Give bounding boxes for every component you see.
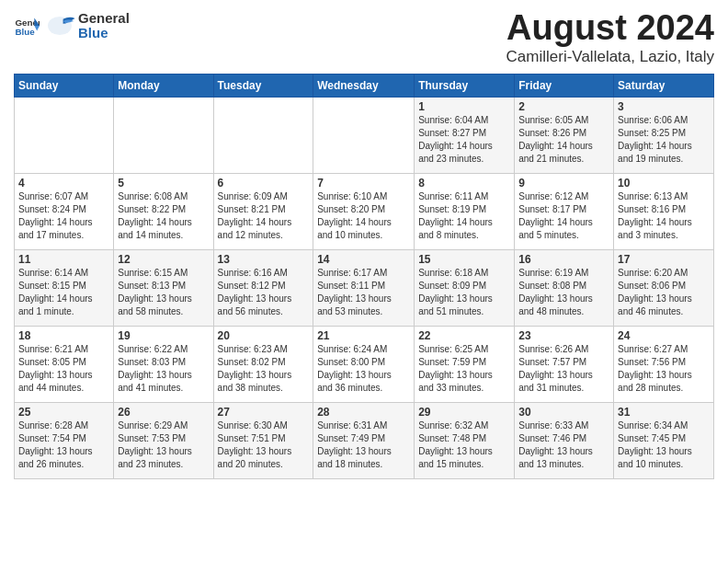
calendar-cell: 3Sunrise: 6:06 AM Sunset: 8:25 PM Daylig… — [614, 97, 714, 173]
month-title: August 2024 — [506, 9, 714, 48]
location-title: Camilleri-Vallelata, Lazio, Italy — [506, 48, 714, 66]
logo-general-text: General — [78, 11, 130, 27]
day-info: Sunrise: 6:18 AM Sunset: 8:09 PM Dayligh… — [418, 267, 510, 318]
calendar-cell: 25Sunrise: 6:28 AM Sunset: 7:54 PM Dayli… — [15, 402, 114, 478]
calendar-cell: 9Sunrise: 6:12 AM Sunset: 8:17 PM Daylig… — [515, 173, 614, 249]
svg-marker-3 — [34, 26, 40, 31]
day-number: 27 — [218, 406, 310, 419]
logo-icon: General Blue — [14, 13, 40, 39]
calendar-cell: 12Sunrise: 6:15 AM Sunset: 8:13 PM Dayli… — [114, 249, 213, 326]
day-info: Sunrise: 6:24 AM Sunset: 8:00 PM Dayligh… — [317, 343, 410, 395]
day-info: Sunrise: 6:30 AM Sunset: 7:51 PM Dayligh… — [218, 419, 310, 471]
day-number: 26 — [118, 406, 209, 419]
day-info: Sunrise: 6:29 AM Sunset: 7:53 PM Dayligh… — [118, 419, 209, 471]
calendar-cell: 4Sunrise: 6:07 AM Sunset: 8:24 PM Daylig… — [15, 173, 114, 249]
calendar-cell: 19Sunrise: 6:22 AM Sunset: 8:03 PM Dayli… — [114, 326, 213, 402]
day-number: 1 — [418, 100, 510, 113]
day-number: 18 — [18, 329, 109, 342]
day-number: 7 — [317, 177, 410, 190]
calendar-cell: 27Sunrise: 6:30 AM Sunset: 7:51 PM Dayli… — [213, 402, 313, 478]
page: General Blue General Blue — [0, 0, 728, 488]
logo-bird-icon — [43, 9, 76, 42]
day-info: Sunrise: 6:26 AM Sunset: 7:57 PM Dayligh… — [518, 343, 609, 395]
day-info: Sunrise: 6:06 AM Sunset: 8:25 PM Dayligh… — [618, 114, 710, 166]
svg-text:Blue: Blue — [15, 27, 35, 37]
day-info: Sunrise: 6:22 AM Sunset: 8:03 PM Dayligh… — [118, 343, 209, 395]
day-info: Sunrise: 6:25 AM Sunset: 7:59 PM Dayligh… — [418, 343, 510, 395]
calendar-cell: 28Sunrise: 6:31 AM Sunset: 7:49 PM Dayli… — [313, 402, 415, 478]
title-section: August 2024 Camilleri-Vallelata, Lazio, … — [506, 9, 714, 66]
calendar-table: SundayMondayTuesdayWednesdayThursdayFrid… — [14, 74, 714, 479]
weekday-header-monday: Monday — [114, 74, 213, 97]
day-info: Sunrise: 6:23 AM Sunset: 8:02 PM Dayligh… — [218, 343, 310, 395]
calendar-cell: 21Sunrise: 6:24 AM Sunset: 8:00 PM Dayli… — [313, 326, 415, 402]
day-number: 5 — [118, 177, 209, 190]
calendar-cell — [213, 97, 313, 173]
day-number: 31 — [618, 406, 710, 419]
weekday-header-saturday: Saturday — [614, 74, 714, 97]
calendar-cell: 29Sunrise: 6:32 AM Sunset: 7:48 PM Dayli… — [415, 402, 515, 478]
day-number: 6 — [218, 177, 310, 190]
day-info: Sunrise: 6:04 AM Sunset: 8:27 PM Dayligh… — [418, 114, 510, 166]
day-number: 10 — [618, 177, 710, 190]
calendar-cell — [15, 97, 114, 173]
calendar-cell — [313, 97, 415, 173]
week-row-5: 25Sunrise: 6:28 AM Sunset: 7:54 PM Dayli… — [15, 402, 714, 478]
day-number: 30 — [518, 406, 609, 419]
calendar-cell: 14Sunrise: 6:17 AM Sunset: 8:11 PM Dayli… — [313, 249, 415, 326]
calendar-cell: 18Sunrise: 6:21 AM Sunset: 8:05 PM Dayli… — [15, 326, 114, 402]
calendar-cell: 31Sunrise: 6:34 AM Sunset: 7:45 PM Dayli… — [614, 402, 714, 478]
day-number: 28 — [317, 406, 410, 419]
day-info: Sunrise: 6:20 AM Sunset: 8:06 PM Dayligh… — [618, 267, 710, 318]
calendar-cell: 20Sunrise: 6:23 AM Sunset: 8:02 PM Dayli… — [213, 326, 313, 402]
week-row-2: 4Sunrise: 6:07 AM Sunset: 8:24 PM Daylig… — [15, 173, 714, 249]
weekday-header-thursday: Thursday — [415, 74, 515, 97]
calendar-cell: 8Sunrise: 6:11 AM Sunset: 8:19 PM Daylig… — [415, 173, 515, 249]
day-number: 29 — [418, 406, 510, 419]
day-info: Sunrise: 6:14 AM Sunset: 8:15 PM Dayligh… — [18, 267, 109, 318]
week-row-4: 18Sunrise: 6:21 AM Sunset: 8:05 PM Dayli… — [15, 326, 714, 402]
day-number: 25 — [18, 406, 109, 419]
day-number: 3 — [618, 100, 710, 113]
calendar-cell: 11Sunrise: 6:14 AM Sunset: 8:15 PM Dayli… — [15, 249, 114, 326]
day-number: 2 — [518, 100, 609, 113]
calendar-cell: 23Sunrise: 6:26 AM Sunset: 7:57 PM Dayli… — [515, 326, 614, 402]
day-info: Sunrise: 6:28 AM Sunset: 7:54 PM Dayligh… — [18, 419, 109, 471]
week-row-1: 1Sunrise: 6:04 AM Sunset: 8:27 PM Daylig… — [15, 97, 714, 173]
day-info: Sunrise: 6:17 AM Sunset: 8:11 PM Dayligh… — [317, 267, 410, 318]
day-number: 22 — [418, 329, 510, 342]
weekday-header-tuesday: Tuesday — [213, 74, 313, 97]
day-number: 15 — [418, 253, 510, 266]
header: General Blue General Blue — [14, 9, 714, 66]
calendar-cell: 30Sunrise: 6:33 AM Sunset: 7:46 PM Dayli… — [515, 402, 614, 478]
calendar-cell: 2Sunrise: 6:05 AM Sunset: 8:26 PM Daylig… — [515, 97, 614, 173]
day-number: 4 — [18, 177, 109, 190]
day-number: 14 — [317, 253, 410, 266]
day-number: 24 — [618, 329, 710, 342]
day-number: 9 — [518, 177, 609, 190]
weekday-header-wednesday: Wednesday — [313, 74, 415, 97]
weekday-header-row: SundayMondayTuesdayWednesdayThursdayFrid… — [15, 74, 714, 97]
day-number: 11 — [18, 253, 109, 266]
logo: General Blue General Blue — [14, 9, 130, 42]
calendar-cell: 6Sunrise: 6:09 AM Sunset: 8:21 PM Daylig… — [213, 173, 313, 249]
calendar-cell: 7Sunrise: 6:10 AM Sunset: 8:20 PM Daylig… — [313, 173, 415, 249]
calendar-cell: 17Sunrise: 6:20 AM Sunset: 8:06 PM Dayli… — [614, 249, 714, 326]
day-info: Sunrise: 6:34 AM Sunset: 7:45 PM Dayligh… — [618, 419, 710, 471]
calendar-cell — [114, 97, 213, 173]
day-number: 23 — [518, 329, 609, 342]
calendar-cell: 13Sunrise: 6:16 AM Sunset: 8:12 PM Dayli… — [213, 249, 313, 326]
day-info: Sunrise: 6:13 AM Sunset: 8:16 PM Dayligh… — [618, 190, 710, 242]
day-number: 13 — [218, 253, 310, 266]
day-number: 8 — [418, 177, 510, 190]
day-info: Sunrise: 6:08 AM Sunset: 8:22 PM Dayligh… — [118, 190, 209, 242]
weekday-header-sunday: Sunday — [15, 74, 114, 97]
day-number: 17 — [618, 253, 710, 266]
calendar-cell: 24Sunrise: 6:27 AM Sunset: 7:56 PM Dayli… — [614, 326, 714, 402]
day-info: Sunrise: 6:33 AM Sunset: 7:46 PM Dayligh… — [518, 419, 609, 471]
day-info: Sunrise: 6:12 AM Sunset: 8:17 PM Dayligh… — [518, 190, 609, 242]
day-info: Sunrise: 6:16 AM Sunset: 8:12 PM Dayligh… — [218, 267, 310, 318]
day-info: Sunrise: 6:10 AM Sunset: 8:20 PM Dayligh… — [317, 190, 410, 242]
calendar-cell: 1Sunrise: 6:04 AM Sunset: 8:27 PM Daylig… — [415, 97, 515, 173]
day-info: Sunrise: 6:32 AM Sunset: 7:48 PM Dayligh… — [418, 419, 510, 471]
